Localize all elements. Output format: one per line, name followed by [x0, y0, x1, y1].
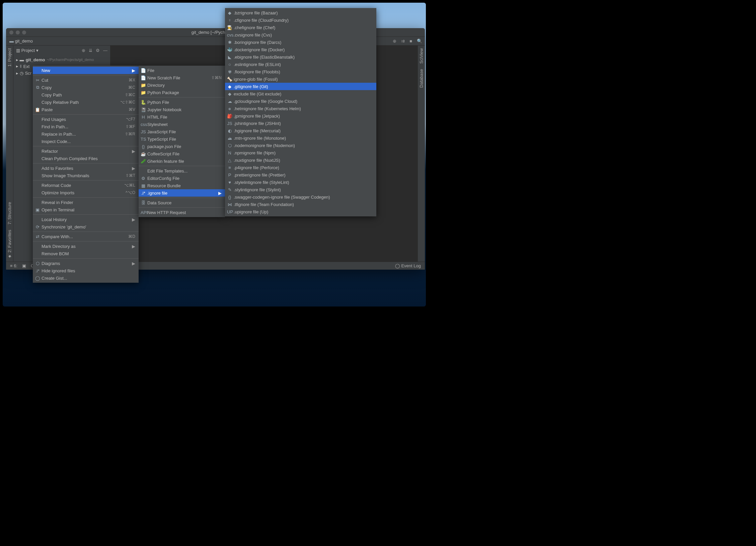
new-item[interactable]: 📓Jupyter Notebook: [139, 106, 225, 113]
ignore-item[interactable]: ◆.gitignore file (Git): [225, 83, 376, 90]
ignore-item[interactable]: ○.eslintignore file (ESLint): [225, 61, 376, 68]
context-item[interactable]: 📋Paste⌘V: [33, 106, 139, 113]
ignore-item[interactable]: JS.jshintignore file (JSHint): [225, 120, 376, 127]
collapse-icon[interactable]: ⇊: [89, 48, 92, 53]
context-item[interactable]: Optimize Imports^⌥O: [33, 189, 139, 196]
context-item[interactable]: Reveal in Finder: [33, 199, 139, 206]
ignore-item[interactable]: {}.swagger-codegen-ignore file (Swagger …: [225, 193, 376, 201]
panel-title[interactable]: ▥ Project ▾: [16, 48, 39, 53]
context-item[interactable]: ⧉Copy⌘C: [33, 84, 139, 91]
search-icon[interactable]: 🔍: [417, 39, 422, 44]
zoom-window-icon[interactable]: [22, 30, 26, 35]
ignore-item[interactable]: ◆exclude file (Git exclude): [225, 90, 376, 97]
context-item[interactable]: Refactor▶: [33, 147, 139, 155]
stop-icon[interactable]: ■: [409, 39, 412, 44]
tool-database[interactable]: Database: [419, 66, 424, 90]
new-item[interactable]: TSTypeScript File: [139, 135, 225, 143]
ignore-item[interactable]: ✾.flooignore file (Floobits): [225, 68, 376, 75]
ignore-item[interactable]: ◆.bzrignore file (Bazaar): [225, 9, 376, 16]
ignore-item[interactable]: ✱.boringignore file (Darcs): [225, 39, 376, 46]
ignore-item[interactable]: 🐳.dockerignore file (Docker): [225, 46, 376, 53]
breadcrumb-item[interactable]: git_demo: [15, 39, 33, 44]
build-icon[interactable]: ⊕: [393, 39, 396, 44]
new-item[interactable]: JSJavaScript File: [139, 128, 225, 135]
new-item[interactable]: ☕CoffeeScript File: [139, 150, 225, 157]
context-item[interactable]: ⟳Synchronize 'git_demo': [33, 223, 139, 230]
context-item[interactable]: Replace in Path...⇧⌘R: [33, 130, 139, 138]
ignore-item[interactable]: ♥.stylelintignore file (StyleLint): [225, 179, 376, 186]
menu-icon: ⎈: [227, 106, 232, 111]
context-item[interactable]: Remove BOM: [33, 250, 139, 257]
status-todo[interactable]: ≡ 6:: [10, 263, 17, 268]
tool-structure[interactable]: 7: Structure: [7, 199, 12, 227]
run-icon[interactable]: ⇉: [401, 39, 405, 44]
context-item[interactable]: Show Image Thumbnails⇧⌘T: [33, 172, 139, 179]
context-item[interactable]: .i*Hide ignored files: [33, 267, 139, 274]
new-item[interactable]: APINew HTTP Request: [139, 209, 225, 216]
status-terminal[interactable]: ▣: [22, 263, 26, 268]
tool-favorites[interactable]: ★ 2: Favorites: [7, 227, 12, 262]
new-item[interactable]: 📁Directory: [139, 81, 225, 89]
ignore-item[interactable]: ♀.cfignore file (CloudFoundry): [225, 16, 376, 24]
ignore-item[interactable]: UP.upignore file (Up): [225, 208, 376, 215]
ignore-item[interactable]: N.npmignore file (Npm): [225, 149, 376, 156]
menu-icon: cvs: [227, 32, 232, 38]
context-item[interactable]: Copy Path⇧⌘C: [33, 91, 139, 98]
new-item[interactable]: 🗄Data Source: [139, 199, 225, 206]
context-item[interactable]: Reformat Code⌥⌘L: [33, 182, 139, 189]
context-item[interactable]: Add to Favorites▶: [33, 164, 139, 172]
ignore-item[interactable]: △.nuxtignore file (NuxtJS): [225, 156, 376, 164]
ignore-item[interactable]: ☁.gcloudignore file (Google Cloud): [225, 97, 376, 105]
ignore-item[interactable]: ⬡.nodemonignore file (Nodemon): [225, 142, 376, 149]
ignore-item[interactable]: ◣.ebignore file (ElasticBeanstalk): [225, 53, 376, 61]
context-item[interactable]: Mark Directory as▶: [33, 243, 139, 250]
context-item[interactable]: New▶: [33, 67, 139, 74]
ignore-item[interactable]: ✎.stylintignore file (Stylint): [225, 186, 376, 193]
gear-icon[interactable]: ⚙: [96, 48, 100, 53]
context-item[interactable]: Local History▶: [33, 216, 139, 223]
new-item[interactable]: {}package.json File: [139, 143, 225, 150]
menu-label: ignore-glob file (Fossil): [234, 77, 278, 82]
ignore-item[interactable]: 🦴ignore-glob file (Fossil): [225, 75, 376, 83]
new-item[interactable]: 📄New Scratch File⇧⌘N: [139, 74, 225, 81]
tool-project[interactable]: 1: Project: [7, 46, 12, 69]
minimize-window-icon[interactable]: [16, 30, 20, 35]
ignore-item[interactable]: ⛰.mtn-ignore file (Monotone): [225, 134, 376, 142]
new-item[interactable]: 🐍Python File: [139, 98, 225, 106]
new-item[interactable]: ⚙EditorConfig File: [139, 175, 225, 182]
context-item[interactable]: ⬡Diagrams▶: [33, 260, 139, 267]
ignore-item[interactable]: P.prettierignore file (Prettier): [225, 171, 376, 179]
context-item[interactable]: ▣Open in Terminal: [33, 206, 139, 213]
new-item[interactable]: HHTML File: [139, 113, 225, 121]
tool-sciview[interactable]: SciView: [419, 46, 424, 66]
context-item[interactable]: ⇄Compare With...⌘D: [33, 233, 139, 240]
menu-label: Edit File Templates...: [147, 168, 187, 174]
context-item[interactable]: Clean Python Compiled Files: [33, 155, 139, 162]
context-item[interactable]: Inspect Code...: [33, 138, 139, 145]
new-item[interactable]: .i*.ignore file▶: [139, 189, 225, 197]
minimize-icon[interactable]: —: [103, 48, 107, 53]
new-item[interactable]: Edit File Templates...: [139, 167, 225, 175]
new-item[interactable]: 📁Python Package: [139, 89, 225, 96]
context-item[interactable]: Find Usages⌥F7: [33, 116, 139, 123]
ignore-item[interactable]: 👨‍🍳.chefignore file (Chef): [225, 24, 376, 31]
ignore-item[interactable]: ⎈.helmignore file (Kubernetes Helm): [225, 105, 376, 112]
new-item[interactable]: 🥒Gherkin feature file: [139, 157, 225, 165]
ignore-item[interactable]: ⋈.tfignore file (Team Foundation): [225, 201, 376, 208]
context-item[interactable]: ◯Create Gist...: [33, 274, 139, 282]
event-log[interactable]: ◯ Event Log: [395, 263, 421, 268]
context-item[interactable]: Find in Path...⇧⌘F: [33, 123, 139, 130]
ignore-item[interactable]: ≡.p4ignore file (Perforce): [225, 164, 376, 171]
new-item[interactable]: ▦Resource Bundle: [139, 182, 225, 189]
ignore-item[interactable]: ◐.hgignore file (Mercurial): [225, 127, 376, 134]
close-window-icon[interactable]: [9, 30, 13, 35]
context-item[interactable]: ✂Cut⌘X: [33, 76, 139, 84]
menu-label: Synchronize 'git_demo': [42, 224, 86, 229]
context-item[interactable]: Copy Relative Path⌥⇧⌘C: [33, 98, 139, 106]
tree-root[interactable]: ▸ ▬ git_demo ~/PycharmProjects/git_demo: [13, 56, 110, 63]
new-item[interactable]: 📄File: [139, 67, 225, 74]
new-item[interactable]: cssStylesheet: [139, 121, 225, 128]
ignore-item[interactable]: cvs.cvsignore file (Cvs): [225, 31, 376, 39]
target-icon[interactable]: ⊕: [82, 48, 85, 53]
ignore-item[interactable]: 🎒.jpmignore file (Jetpack): [225, 112, 376, 120]
